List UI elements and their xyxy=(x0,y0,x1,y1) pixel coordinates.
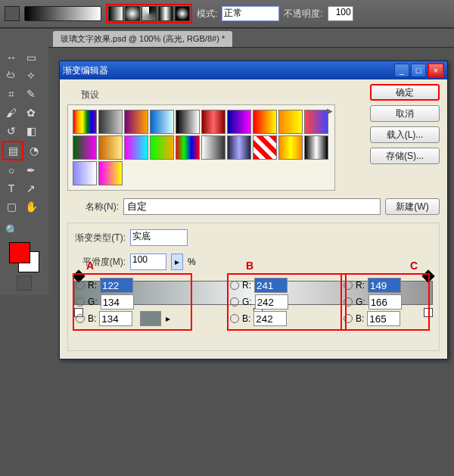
preset-swatch[interactable] xyxy=(98,110,123,134)
b-b-input[interactable] xyxy=(253,311,287,326)
radio-g[interactable] xyxy=(230,297,239,306)
preset-swatch[interactable] xyxy=(150,135,174,160)
preset-swatch[interactable] xyxy=(176,135,200,160)
preset-swatch[interactable] xyxy=(73,135,97,160)
toolbox: ↔▭ట✧⌗✎🖌✿↺◧▤◔○✒T↗▢✋🔍 xyxy=(0,45,48,295)
preset-swatch[interactable] xyxy=(124,110,148,134)
presets-panel: ▶ xyxy=(67,104,335,191)
radio-g[interactable] xyxy=(76,297,85,306)
type-label: 渐变类型(T): xyxy=(74,232,126,244)
name-input[interactable] xyxy=(123,198,381,215)
radio-b[interactable] xyxy=(230,314,239,323)
presets-menu-icon[interactable]: ▶ xyxy=(327,107,333,115)
a-b-input[interactable] xyxy=(99,311,132,326)
move-tool[interactable]: ↔ xyxy=(2,49,20,66)
dialog-titlebar[interactable]: 渐变编辑器 _ □ × xyxy=(60,61,447,79)
radio-r[interactable] xyxy=(230,281,239,290)
preset-swatch[interactable] xyxy=(227,110,251,134)
preset-swatch[interactable] xyxy=(304,110,328,134)
pen-tool[interactable]: ✒ xyxy=(22,162,40,179)
radio-r[interactable] xyxy=(344,281,353,290)
radio-g[interactable] xyxy=(344,297,353,306)
opacity-label: 不透明度: xyxy=(284,8,322,20)
blur-tool[interactable]: ◔ xyxy=(25,142,43,159)
document-tab[interactable]: 玻璃文字效果.psd @ 100% (高光, RGB/8#) * xyxy=(53,31,232,47)
preset-swatch[interactable] xyxy=(201,110,225,134)
mode-select[interactable]: 正常 xyxy=(222,6,279,21)
angle-gradient-icon[interactable] xyxy=(141,6,157,21)
wand-tool[interactable]: ✧ xyxy=(22,67,40,84)
preset-swatch[interactable] xyxy=(98,161,123,185)
reflected-gradient-icon[interactable] xyxy=(158,6,173,21)
clone-tool[interactable]: ✿ xyxy=(22,104,40,121)
b-g-input[interactable] xyxy=(255,294,288,310)
smoothness-label: 平滑度(M): xyxy=(74,256,126,269)
preset-swatch[interactable] xyxy=(98,135,123,160)
gradient-tool[interactable]: ▤ xyxy=(2,141,23,160)
close-button[interactable]: × xyxy=(428,63,444,78)
hand-tool[interactable]: ✋ xyxy=(22,198,40,215)
eyedropper-tool[interactable]: ✎ xyxy=(22,86,40,102)
zoom-tool[interactable]: 🔍 xyxy=(2,222,20,238)
name-label: 名称(N): xyxy=(67,201,119,213)
c-b-input[interactable] xyxy=(367,311,400,326)
percent-label: % xyxy=(188,257,196,267)
shape-tool[interactable]: ▢ xyxy=(2,198,20,215)
radio-r[interactable] xyxy=(76,281,85,290)
crop-tool[interactable]: ⌗ xyxy=(2,86,20,103)
lasso-tool[interactable]: ట xyxy=(2,67,20,84)
a-color-menu-icon[interactable]: ▸ xyxy=(166,313,170,324)
rgb-group-c: R: G: B: xyxy=(340,273,430,331)
minimize-button[interactable]: _ xyxy=(394,64,409,77)
dialog-button-column: 确定 取消 载入(L)... 存储(S)... xyxy=(370,84,440,164)
preset-swatch[interactable] xyxy=(201,135,225,160)
preset-swatch[interactable] xyxy=(227,135,251,160)
smoothness-input[interactable]: 100 xyxy=(130,254,166,270)
preset-swatch[interactable] xyxy=(253,135,277,160)
marquee-tool[interactable]: ▭ xyxy=(22,49,40,66)
gradient-type-select[interactable]: 实底 xyxy=(130,229,188,246)
preset-swatch[interactable] xyxy=(124,135,148,160)
gradient-settings-frame: 渐变类型(T): 实底 平滑度(M): 100 ▸ % A B C R xyxy=(67,222,440,351)
preset-swatch[interactable] xyxy=(150,110,174,134)
radio-b[interactable] xyxy=(76,314,85,323)
a-r-input[interactable] xyxy=(100,278,133,293)
preset-swatch[interactable] xyxy=(73,161,97,185)
preset-swatch[interactable] xyxy=(278,110,303,134)
load-button[interactable]: 载入(L)... xyxy=(370,126,440,143)
linear-gradient-icon[interactable] xyxy=(108,6,123,21)
preset-swatch[interactable] xyxy=(304,135,328,160)
maximize-button[interactable]: □ xyxy=(411,64,426,77)
brush-tool[interactable]: 🖌 xyxy=(2,104,20,121)
a-g-input[interactable] xyxy=(101,294,134,310)
radial-gradient-icon[interactable] xyxy=(125,6,140,21)
b-r-input[interactable] xyxy=(254,278,288,293)
c-g-input[interactable] xyxy=(368,294,402,310)
c-r-input[interactable] xyxy=(368,278,401,293)
dodge-tool[interactable]: ○ xyxy=(2,162,20,179)
preset-swatch[interactable] xyxy=(176,110,200,134)
preset-swatch[interactable] xyxy=(73,110,97,134)
tool-preset-icon[interactable] xyxy=(5,6,20,21)
opacity-input[interactable]: 100 xyxy=(328,6,353,21)
fg-bg-swatch[interactable] xyxy=(9,242,39,272)
diamond-gradient-icon[interactable] xyxy=(175,6,190,21)
foreground-color[interactable] xyxy=(9,242,30,263)
smoothness-step-icon[interactable]: ▸ xyxy=(171,254,183,270)
save-button[interactable]: 存储(S)... xyxy=(370,148,440,164)
ok-button[interactable]: 确定 xyxy=(370,84,440,101)
rgb-group-b: R: G: B: xyxy=(227,273,347,331)
a-color-preview[interactable] xyxy=(140,311,161,326)
quickmask-toggle[interactable] xyxy=(17,275,32,291)
path-tool[interactable]: ↗ xyxy=(22,180,40,197)
gradient-preview[interactable] xyxy=(24,6,101,21)
eraser-tool[interactable]: ◧ xyxy=(22,123,40,139)
preset-swatch[interactable] xyxy=(278,135,303,160)
gradient-type-group xyxy=(106,4,192,23)
history-tool[interactable]: ↺ xyxy=(2,123,20,139)
cancel-button[interactable]: 取消 xyxy=(370,105,440,122)
new-button[interactable]: 新建(W) xyxy=(385,198,440,215)
preset-swatch[interactable] xyxy=(253,110,277,134)
text-tool[interactable]: T xyxy=(2,180,20,197)
radio-b[interactable] xyxy=(344,314,353,323)
